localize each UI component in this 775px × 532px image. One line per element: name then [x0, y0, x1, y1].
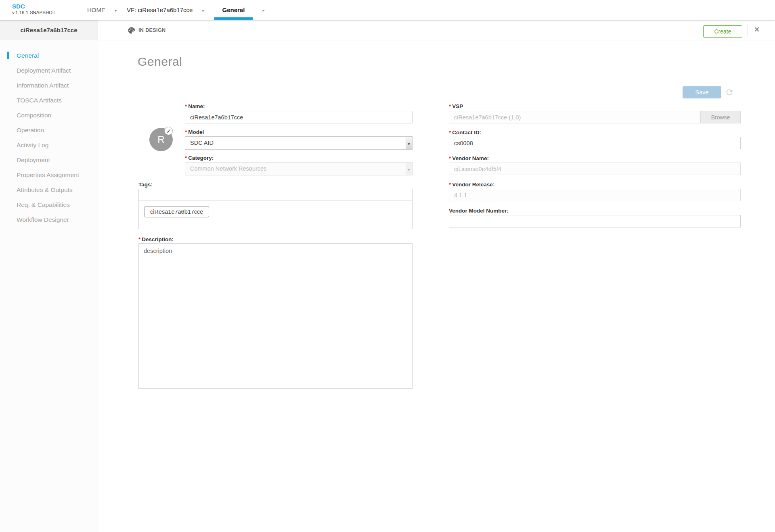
status-badge: IN DESIGN — [138, 27, 166, 33]
sdc-logo[interactable]: SDC v.1.16.1-SNAPSHOT — [12, 3, 55, 15]
vendor-name-input — [449, 163, 741, 175]
model-select-value: SDC AID — [190, 140, 214, 146]
sidebar-item-properties-assignment[interactable]: Properties Assignment — [0, 167, 98, 182]
sidebar-item-tosca-artifacts[interactable]: TOSCA Artifacts — [0, 93, 98, 108]
sidebar: General Deployment Artifact Information … — [0, 40, 98, 532]
chevron-right-icon: ▸ — [115, 8, 117, 13]
edit-avatar-icon[interactable] — [164, 127, 173, 135]
vendor-model-number-input[interactable] — [449, 215, 741, 227]
sidebar-item-activity-log[interactable]: Activity Log — [0, 138, 98, 152]
tags-container: ciResa1e7a6b17cce — [138, 200, 413, 229]
sidebar-item-information-artifact[interactable]: Information Artifact — [0, 78, 98, 93]
app-name: SDC — [12, 3, 55, 10]
vsp-input — [449, 111, 701, 123]
sidebar-item-attributes-outputs[interactable]: Attributes & Outputs — [0, 182, 98, 197]
divider — [122, 25, 122, 36]
breadcrumb: HOME ▸ VF: ciResa1e7a6b17cce ▸ General ▸ — [87, 0, 264, 20]
sidebar-item-general[interactable]: General — [0, 48, 98, 63]
model-select[interactable]: SDC AID ▼ — [185, 136, 413, 150]
category-select-value: Common Network Resources — [190, 165, 266, 172]
sidebar-item-deployment-artifact[interactable]: Deployment Artifact — [0, 63, 98, 78]
description-textarea[interactable]: description — [138, 243, 413, 389]
category-label: *Category: — [185, 155, 214, 161]
chevron-down-icon: ▼ — [406, 163, 412, 175]
breadcrumb-general-active[interactable]: General — [214, 0, 253, 20]
breadcrumb-general-label: General — [222, 6, 245, 13]
chevron-right-icon: ▸ — [262, 8, 264, 13]
name-label: *Name: — [185, 103, 205, 109]
sidebar-item-operation[interactable]: Operation — [0, 123, 98, 138]
save-button[interactable]: Save — [683, 86, 721, 98]
tag-chip[interactable]: ciResa1e7a6b17cce — [144, 206, 209, 217]
category-select: Common Network Resources ▼ — [185, 162, 413, 175]
page-title: General — [138, 55, 182, 69]
contact-id-label: *Contact ID: — [449, 129, 481, 136]
create-button[interactable]: Create — [703, 25, 742, 38]
lifecycle-status: IN DESIGN — [128, 20, 166, 40]
app-version: v.1.16.1-SNAPSHOT — [12, 10, 55, 15]
chevron-down-icon: ▼ — [406, 137, 412, 149]
breadcrumb-home[interactable]: HOME — [87, 0, 105, 20]
avatar-initial: R — [157, 134, 164, 145]
entity-name: ciResa1e7a6b17cce — [0, 20, 98, 40]
model-label: *Model — [185, 129, 204, 135]
vendor-release-input — [449, 189, 741, 201]
sidebar-item-req-capabilities[interactable]: Req. & Capabilities — [0, 197, 98, 212]
top-nav: SDC v.1.16.1-SNAPSHOT HOME ▸ VF: ciResa1… — [0, 0, 775, 20]
sidebar-item-workflow-designer[interactable]: Workflow Designer — [0, 212, 98, 227]
vsp-label: *VSP — [449, 103, 463, 109]
vendor-release-label: *Vendor Release: — [449, 182, 494, 188]
avatar: R — [149, 128, 173, 151]
divider — [748, 24, 748, 36]
close-icon[interactable]: × — [750, 20, 764, 40]
breadcrumb-vf[interactable]: VF: ciResa1e7a6b17cce — [127, 0, 193, 20]
sidebar-item-composition[interactable]: Composition — [0, 108, 98, 123]
sidebar-item-deployment[interactable]: Deployment — [0, 152, 98, 167]
browse-button[interactable]: Browse — [700, 111, 741, 123]
chevron-right-icon: ▸ — [202, 8, 204, 13]
contact-id-input[interactable] — [449, 137, 741, 149]
content-header: ciResa1e7a6b17cce IN DESIGN Create × — [0, 20, 775, 40]
vendor-name-label: *Vendor Name: — [449, 155, 489, 161]
name-input[interactable] — [185, 111, 413, 123]
tags-label: Tags: — [138, 182, 153, 188]
palette-icon — [128, 27, 135, 34]
vendor-model-number-label: Vendor Model Number: — [449, 208, 509, 214]
refresh-icon[interactable] — [725, 88, 734, 97]
sidebar-menu: General Deployment Artifact Information … — [0, 40, 98, 227]
tags-input[interactable] — [138, 189, 413, 200]
description-label: *Description: — [138, 236, 174, 242]
